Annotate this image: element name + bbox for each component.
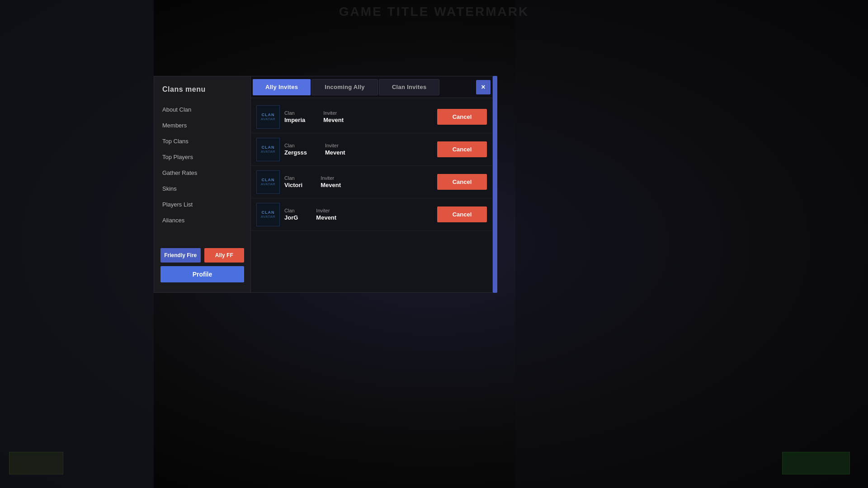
clan-label-4: Clan bbox=[284, 208, 298, 213]
hud-bottom-left bbox=[9, 452, 63, 474]
sidebar-item-gather-rates[interactable]: Gather Rates bbox=[154, 165, 250, 181]
inviter-label-2: Inviter bbox=[325, 143, 345, 148]
sidebar: Clans menu About Clan Members Top Clans … bbox=[154, 76, 251, 293]
main-content: Ally Invites Incoming Ally Clan Invites … bbox=[251, 76, 493, 293]
invite-clan-block-3: Clan Victori bbox=[284, 175, 302, 188]
tab-bar: Ally Invites Incoming Ally Clan Invites … bbox=[251, 76, 492, 98]
invite-info-3: Clan Victori Inviter Mevent bbox=[284, 175, 433, 188]
sidebar-bottom: Friendly Fire Ally FF Profile bbox=[154, 243, 250, 288]
inviter-name-1: Mevent bbox=[323, 117, 344, 123]
invite-inviter-block-3: Inviter Mevent bbox=[321, 175, 341, 188]
clan-name-1: Imperia bbox=[284, 117, 305, 123]
ally-ff-button[interactable]: Ally FF bbox=[204, 248, 245, 263]
scrollbar[interactable] bbox=[493, 76, 497, 293]
clan-avatar-text-clan: CLAN bbox=[262, 210, 275, 215]
invite-row: CLAN AVATAR Clan Victori Inviter Mevent … bbox=[251, 166, 492, 198]
invite-row: CLAN AVATAR Clan Zergsss Inviter Mevent … bbox=[251, 133, 492, 166]
cancel-button-3[interactable]: Cancel bbox=[437, 174, 487, 190]
clan-name-4: JorG bbox=[284, 214, 298, 221]
sidebar-item-top-players[interactable]: Top Players bbox=[154, 149, 250, 165]
sidebar-item-skins[interactable]: Skins bbox=[154, 181, 250, 197]
clan-label-1: Clan bbox=[284, 110, 305, 116]
invite-row: CLAN AVATAR Clan JorG Inviter Mevent Can… bbox=[251, 198, 492, 231]
inviter-label-4: Inviter bbox=[316, 208, 336, 213]
friendly-fire-button[interactable]: Friendly Fire bbox=[160, 248, 201, 263]
clan-avatar-1: CLAN AVATAR bbox=[256, 105, 280, 129]
bg-left-panel bbox=[0, 0, 154, 488]
tab-incoming-ally[interactable]: Incoming Ally bbox=[311, 79, 378, 95]
ff-row: Friendly Fire Ally FF bbox=[160, 248, 244, 263]
inviter-label-3: Inviter bbox=[321, 175, 341, 181]
clan-avatar-text-avatar: AVATAR bbox=[261, 150, 276, 154]
invite-clan-block-1: Clan Imperia bbox=[284, 110, 305, 123]
main-panel: Clans menu About Clan Members Top Clans … bbox=[154, 76, 497, 293]
hud-bottom-right bbox=[782, 452, 850, 474]
bg-right-panel bbox=[515, 0, 868, 488]
sidebar-item-aliances[interactable]: Aliances bbox=[154, 212, 250, 228]
clan-avatar-text-clan: CLAN bbox=[262, 145, 275, 150]
clan-avatar-text-avatar: AVATAR bbox=[261, 182, 276, 186]
clan-label-3: Clan bbox=[284, 175, 302, 181]
clan-avatar-text-avatar: AVATAR bbox=[261, 215, 276, 219]
clan-avatar-text-clan: CLAN bbox=[262, 178, 275, 182]
clan-name-2: Zergsss bbox=[284, 149, 307, 156]
sidebar-item-about-clan[interactable]: About Clan bbox=[154, 102, 250, 117]
invite-info-4: Clan JorG Inviter Mevent bbox=[284, 208, 433, 221]
cancel-button-2[interactable]: Cancel bbox=[437, 141, 487, 157]
inviter-name-2: Mevent bbox=[325, 149, 345, 156]
invite-inviter-block-2: Inviter Mevent bbox=[325, 143, 345, 156]
invite-list: CLAN AVATAR Clan Imperia Inviter Mevent … bbox=[251, 98, 492, 292]
tab-clan-invites[interactable]: Clan Invites bbox=[379, 79, 440, 95]
clan-avatar-text-avatar: AVATAR bbox=[261, 117, 276, 121]
sidebar-item-members[interactable]: Members bbox=[154, 117, 250, 133]
profile-button[interactable]: Profile bbox=[160, 266, 244, 282]
cancel-button-4[interactable]: Cancel bbox=[437, 206, 487, 222]
clan-avatar-2: CLAN AVATAR bbox=[256, 138, 280, 161]
invite-clan-block-2: Clan Zergsss bbox=[284, 143, 307, 156]
invite-row: CLAN AVATAR Clan Imperia Inviter Mevent … bbox=[251, 101, 492, 133]
cancel-button-1[interactable]: Cancel bbox=[437, 109, 487, 125]
sidebar-item-players-list[interactable]: Players List bbox=[154, 197, 250, 212]
invite-info-1: Clan Imperia Inviter Mevent bbox=[284, 110, 433, 123]
scrollbar-thumb bbox=[493, 76, 497, 293]
invite-inviter-block-4: Inviter Mevent bbox=[316, 208, 336, 221]
invite-info-2: Clan Zergsss Inviter Mevent bbox=[284, 143, 433, 156]
invite-clan-block-4: Clan JorG bbox=[284, 208, 298, 221]
clan-label-2: Clan bbox=[284, 143, 307, 148]
sidebar-title: Clans menu bbox=[154, 81, 250, 102]
tab-ally-invites[interactable]: Ally Invites bbox=[253, 79, 311, 95]
inviter-name-3: Mevent bbox=[321, 182, 341, 188]
close-button[interactable]: × bbox=[476, 80, 491, 94]
clan-avatar-text-clan: CLAN bbox=[262, 113, 275, 117]
clan-avatar-4: CLAN AVATAR bbox=[256, 203, 280, 226]
invite-inviter-block-1: Inviter Mevent bbox=[323, 110, 344, 123]
clan-name-3: Victori bbox=[284, 182, 302, 188]
inviter-name-4: Mevent bbox=[316, 214, 336, 221]
clan-avatar-3: CLAN AVATAR bbox=[256, 170, 280, 194]
sidebar-item-top-clans[interactable]: Top Clans bbox=[154, 133, 250, 149]
inviter-label-1: Inviter bbox=[323, 110, 344, 116]
